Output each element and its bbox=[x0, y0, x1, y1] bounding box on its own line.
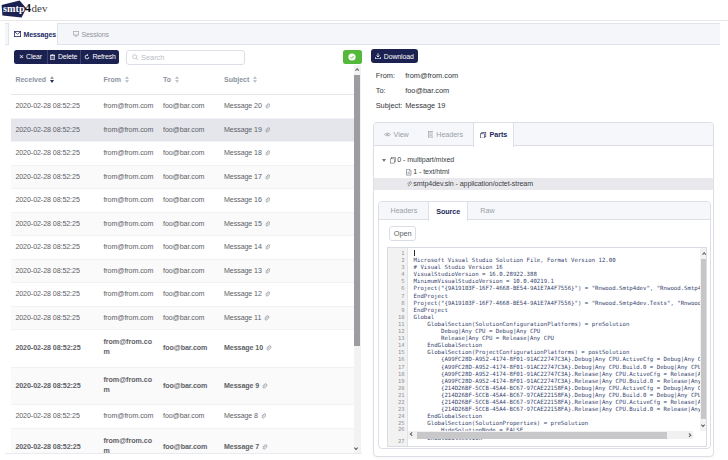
tab-headers[interactable]: Headers bbox=[418, 123, 473, 146]
cell-to: foo@bar.com bbox=[163, 142, 220, 165]
message-view-card: View Headers Parts bbox=[373, 122, 715, 458]
logo-smtp-text: smtp bbox=[3, 3, 25, 14]
message-row[interactable]: 2020-02-28 08:52:25from@from.comfoo@bar.… bbox=[11, 189, 354, 213]
column-header-from[interactable]: From bbox=[103, 65, 157, 94]
cell-subject: Message 16 bbox=[224, 189, 352, 212]
tab-part-source[interactable]: Source bbox=[428, 202, 467, 221]
tree-node-text-html[interactable]: 1 - text/html bbox=[374, 166, 714, 178]
scroll-up-button[interactable] bbox=[354, 65, 361, 74]
column-header-subject-label: Subject bbox=[224, 76, 249, 83]
sort-carets-to bbox=[175, 76, 179, 83]
message-row[interactable]: 2020-02-28 08:52:25from@from.comfoo@bar.… bbox=[11, 283, 354, 307]
clear-label: Clear bbox=[26, 53, 42, 60]
column-header-received-label: Received bbox=[15, 76, 46, 83]
tab-view[interactable]: View bbox=[374, 123, 418, 146]
cell-subject: Message 17 bbox=[224, 166, 352, 189]
cell-from: from@from.com bbox=[103, 429, 157, 453]
open-button[interactable]: Open bbox=[389, 226, 416, 241]
tab-parts[interactable]: Parts bbox=[473, 123, 515, 147]
scrollbar-thumb[interactable] bbox=[701, 259, 706, 419]
message-list-horizontal-scrollbar[interactable] bbox=[5, 453, 362, 454]
server-status-button[interactable] bbox=[343, 50, 362, 64]
source-code-editor[interactable]: 1234567891011121314151617181920212223242… bbox=[387, 247, 707, 447]
code-line: Microsoft Visual Studio Solution File, F… bbox=[414, 257, 616, 264]
column-header-received[interactable]: Received bbox=[15, 65, 99, 94]
refresh-button[interactable]: Refresh bbox=[81, 50, 119, 64]
line-number: 22 bbox=[387, 399, 405, 406]
cell-received: 2020-02-28 08:52:25 bbox=[15, 283, 99, 306]
navbar: smtp 4 dev bbox=[0, 0, 728, 21]
part-content-card: Headers Source Raw Open 1234567891011 bbox=[378, 201, 711, 449]
cell-subject: Message 10 bbox=[224, 330, 352, 367]
download-button[interactable]: Download bbox=[371, 49, 419, 64]
tab-sessions[interactable]: Sessions bbox=[71, 23, 119, 46]
tree-node-label: smtp4dev.sln - application/octet-stream bbox=[413, 180, 533, 188]
code-line: {214D26BF-5CCB-45A4-BC67-97CAE22158FA}.R… bbox=[414, 406, 706, 413]
paperclip-icon bbox=[264, 103, 271, 110]
message-list-vertical-scrollbar[interactable] bbox=[354, 65, 361, 453]
line-number: 9 bbox=[387, 307, 405, 314]
message-row[interactable]: 2020-02-28 08:52:25from@from.comfoo@bar.… bbox=[11, 330, 354, 368]
message-row[interactable]: 2020-02-28 08:52:25from@from.comfoo@bar.… bbox=[11, 429, 354, 453]
code-vertical-scrollbar[interactable] bbox=[700, 248, 707, 431]
message-view-pane: Download From: from@from.com To: foo@bar… bbox=[371, 45, 720, 460]
trash-icon bbox=[50, 54, 55, 60]
column-header-to[interactable]: To bbox=[163, 65, 220, 94]
scrollbar-thumb[interactable] bbox=[417, 432, 667, 439]
tree-node-multipart[interactable]: 0 - multipart/mixed bbox=[374, 154, 714, 166]
scroll-down-button[interactable] bbox=[354, 444, 361, 453]
scroll-down-button[interactable] bbox=[700, 421, 707, 431]
tab-part-raw[interactable]: Raw bbox=[468, 202, 507, 220]
tab-sessions-label: Sessions bbox=[82, 31, 109, 38]
message-row[interactable]: 2020-02-28 08:52:25from@from.comfoo@bar.… bbox=[11, 368, 354, 406]
caret-down-icon[interactable] bbox=[382, 159, 386, 162]
tab-part-headers[interactable]: Headers bbox=[379, 202, 428, 220]
scroll-left-button[interactable] bbox=[408, 431, 417, 440]
delete-button[interactable]: Delete bbox=[48, 50, 81, 64]
sort-carets-subject bbox=[253, 76, 257, 83]
cell-to: foo@bar.com bbox=[163, 260, 220, 283]
cell-from: from@from.com bbox=[103, 368, 157, 405]
smtp4dev-logo[interactable]: smtp 4 dev bbox=[0, 0, 54, 19]
cell-from: from@from.com bbox=[103, 142, 157, 165]
code-line: MinimumVisualStudioVersion = 10.0.40219.… bbox=[414, 278, 554, 285]
message-row[interactable]: 2020-02-28 08:52:25from@from.comfoo@bar.… bbox=[11, 260, 354, 284]
scroll-right-button[interactable] bbox=[684, 431, 693, 440]
scroll-up-button[interactable] bbox=[700, 248, 707, 258]
cell-to: foo@bar.com bbox=[163, 189, 220, 212]
cell-from: from@from.com bbox=[103, 189, 157, 212]
line-number: 23 bbox=[387, 406, 405, 413]
cell-from: from@from.com bbox=[103, 330, 157, 367]
message-row[interactable]: 2020-02-28 08:52:25from@from.comfoo@bar.… bbox=[11, 119, 354, 143]
message-row[interactable]: 2020-02-28 08:52:25from@from.comfoo@bar.… bbox=[11, 142, 354, 166]
cell-subject: Message 11 bbox=[224, 307, 352, 330]
message-row[interactable]: 2020-02-28 08:52:25from@from.comfoo@bar.… bbox=[11, 213, 354, 237]
cell-to: foo@bar.com bbox=[163, 405, 220, 428]
subject-value: Message 19 bbox=[405, 101, 445, 110]
code-horizontal-scrollbar[interactable] bbox=[408, 431, 693, 440]
cell-received: 2020-02-28 08:52:25 bbox=[15, 142, 99, 165]
sort-carets-received bbox=[50, 76, 54, 83]
cell-received: 2020-02-28 08:52:25 bbox=[15, 405, 99, 428]
column-header-subject[interactable]: Subject bbox=[224, 65, 352, 94]
message-row[interactable]: 2020-02-28 08:52:25from@from.comfoo@bar.… bbox=[11, 95, 354, 119]
tab-messages[interactable]: Messages bbox=[8, 23, 59, 46]
line-number: 14 bbox=[387, 342, 405, 349]
message-row[interactable]: 2020-02-28 08:52:25from@from.comfoo@bar.… bbox=[11, 405, 354, 429]
line-number: 10 bbox=[387, 314, 405, 321]
message-row[interactable]: 2020-02-28 08:52:25from@from.comfoo@bar.… bbox=[11, 307, 354, 331]
code-line: EndProject bbox=[414, 293, 448, 300]
code-line: GlobalSection(ProjectConfigurationPlatfo… bbox=[414, 349, 630, 356]
tree-node-attachment[interactable]: smtp4dev.sln - application/octet-stream bbox=[374, 178, 714, 190]
scrollbar-thumb[interactable] bbox=[354, 75, 360, 346]
clear-button[interactable]: × Clear bbox=[14, 50, 48, 64]
cell-to: foo@bar.com bbox=[163, 283, 220, 306]
message-row[interactable]: 2020-02-28 08:52:25from@from.comfoo@bar.… bbox=[11, 236, 354, 260]
cell-received: 2020-02-28 08:52:25 bbox=[15, 166, 99, 189]
cell-subject: Message 15 bbox=[224, 213, 352, 236]
code-line: {A99FC28D-A952-4174-8F01-91AC22747C3A}.D… bbox=[414, 364, 702, 371]
message-row[interactable]: 2020-02-28 08:52:25from@from.comfoo@bar.… bbox=[11, 166, 354, 190]
cell-from: from@from.com bbox=[103, 307, 157, 330]
folder-icon bbox=[480, 132, 487, 139]
search-input[interactable] bbox=[141, 53, 226, 62]
